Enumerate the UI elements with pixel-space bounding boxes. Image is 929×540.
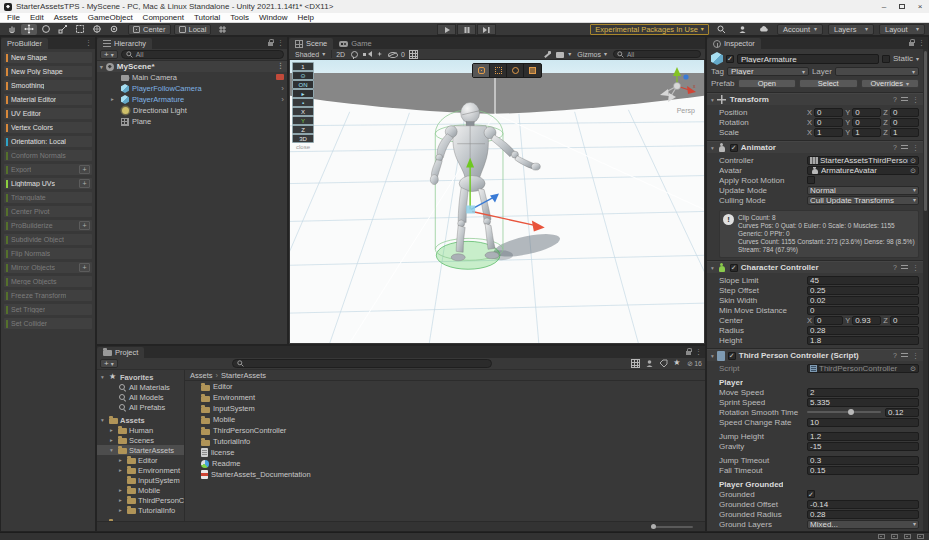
tab-project[interactable]: Project bbox=[97, 347, 144, 358]
project-tree-item[interactable]: Assets bbox=[97, 415, 184, 425]
project-tree-item[interactable]: Mobile bbox=[97, 485, 184, 495]
object-mode-icon[interactable] bbox=[473, 64, 490, 77]
tab-scene[interactable]: Scene bbox=[289, 38, 333, 49]
probuilder-action-button[interactable]: Freeze Transform bbox=[4, 290, 92, 301]
animator-header[interactable]: Animator ? bbox=[707, 141, 923, 153]
overlay-button[interactable]: X bbox=[292, 107, 314, 116]
panel-menu-icon[interactable] bbox=[918, 39, 925, 47]
enabled-checkbox[interactable] bbox=[730, 264, 738, 272]
asset-item[interactable]: StarterAssets_Documentation bbox=[185, 469, 705, 480]
probuilder-action-button[interactable]: New Shape bbox=[4, 52, 92, 63]
value-field[interactable]: 0.12 bbox=[885, 408, 919, 417]
prefab-select-button[interactable]: Select bbox=[799, 79, 857, 88]
transform-header[interactable]: Transform ? bbox=[707, 93, 923, 105]
play-button[interactable] bbox=[437, 24, 456, 35]
search-icon[interactable] bbox=[714, 24, 730, 35]
tab-inspector[interactable]: Inspector bbox=[707, 38, 761, 49]
static-dropdown-icon[interactable] bbox=[916, 56, 919, 62]
overlay-button[interactable]: Z bbox=[292, 125, 314, 134]
probuilder-action-button[interactable]: New Poly Shape bbox=[4, 66, 92, 77]
active-checkbox[interactable] bbox=[726, 55, 734, 63]
checkbox[interactable] bbox=[807, 490, 815, 498]
static-checkbox[interactable] bbox=[882, 55, 890, 63]
component-menu-icon[interactable] bbox=[912, 144, 919, 152]
foldout-icon[interactable] bbox=[101, 374, 107, 380]
presets-icon[interactable] bbox=[901, 352, 908, 359]
step-button[interactable] bbox=[477, 24, 496, 35]
foldout-icon[interactable] bbox=[100, 64, 103, 70]
asset-item[interactable]: ThirdPersonController bbox=[185, 425, 705, 436]
project-tree-item[interactable]: InputSystem bbox=[97, 475, 184, 485]
probuilder-action-button[interactable]: Flip Normals bbox=[4, 248, 92, 259]
scene-audio-icon[interactable] bbox=[362, 50, 371, 59]
foldout-icon[interactable] bbox=[110, 437, 116, 443]
third-person-controller-header[interactable]: Third Person Controller (Script) ? bbox=[707, 349, 923, 361]
inspector-scrollbar[interactable] bbox=[923, 49, 928, 531]
value-field[interactable]: StarterAssetsThirdPerson bbox=[807, 156, 919, 165]
value-field[interactable]: 0 bbox=[807, 306, 919, 315]
probuilder-action-button[interactable]: Triangulate bbox=[4, 192, 92, 203]
layout-dropdown[interactable]: Layout bbox=[879, 24, 925, 35]
hidden-packages-count[interactable]: 16 bbox=[687, 360, 702, 368]
foldout-icon[interactable] bbox=[119, 487, 125, 493]
hand-tool-icon[interactable] bbox=[4, 24, 20, 35]
row-right-icon[interactable] bbox=[281, 84, 284, 93]
experimental-packages-button[interactable]: Experimental Packages In Use bbox=[590, 24, 709, 35]
options-plus-button[interactable] bbox=[79, 263, 90, 272]
rotate-tool-icon[interactable] bbox=[38, 24, 54, 35]
probuilder-action-button[interactable]: ProBuilderize bbox=[4, 220, 92, 231]
foldout-icon[interactable] bbox=[101, 417, 107, 423]
foldout-icon[interactable] bbox=[711, 145, 714, 151]
probuilder-action-button[interactable]: Smoothing bbox=[4, 80, 92, 91]
tool-handle-position-button[interactable]: Center bbox=[128, 24, 171, 35]
asset-item[interactable]: license bbox=[185, 447, 705, 458]
project-tree-item[interactable]: Environment bbox=[97, 465, 184, 475]
overlay-close-button[interactable]: close bbox=[292, 144, 314, 150]
project-tree-item[interactable]: TutorialInfo bbox=[97, 505, 184, 515]
x-field[interactable]: 1 bbox=[814, 128, 843, 137]
value-field[interactable]: Mixed... bbox=[807, 520, 919, 529]
gameobject-name-field[interactable]: PlayerArmature bbox=[737, 54, 879, 64]
hierarchy-item[interactable]: PlayerArmature bbox=[97, 94, 287, 105]
x-field[interactable]: 0 bbox=[814, 108, 843, 117]
options-plus-button[interactable] bbox=[79, 179, 90, 188]
transform-tool-icon[interactable] bbox=[89, 24, 105, 35]
maximize-button[interactable] bbox=[899, 4, 905, 9]
asset-item[interactable]: InputSystem bbox=[185, 403, 705, 414]
checkbox[interactable] bbox=[807, 176, 815, 184]
enabled-checkbox[interactable] bbox=[730, 144, 738, 152]
slider[interactable] bbox=[807, 411, 881, 413]
value-field[interactable]: 5.335 bbox=[807, 398, 919, 407]
value-field[interactable]: ThirdPersonController bbox=[807, 364, 919, 373]
scrollbar-thumb[interactable] bbox=[924, 51, 927, 211]
component-menu-icon[interactable] bbox=[912, 264, 919, 272]
project-tree-item[interactable]: Scenes bbox=[97, 435, 184, 445]
overlay-button[interactable]: 1 bbox=[292, 62, 314, 71]
project-tree-item[interactable]: Favorites bbox=[97, 372, 184, 382]
open-in-search-icon[interactable] bbox=[631, 359, 640, 368]
scene-menu-icon[interactable] bbox=[277, 62, 284, 70]
menu-item[interactable]: Component bbox=[138, 13, 189, 22]
value-field[interactable]: 2 bbox=[807, 388, 919, 397]
2d-toggle[interactable]: 2D bbox=[336, 51, 345, 58]
component-tools-icon[interactable] bbox=[543, 50, 552, 59]
help-icon[interactable]: ? bbox=[893, 264, 897, 271]
value-field[interactable]: 0.3 bbox=[807, 456, 919, 465]
value-field[interactable]: 0.15 bbox=[807, 466, 919, 475]
probuilder-action-button[interactable]: Merge Objects bbox=[4, 276, 92, 287]
y-field[interactable]: 0 bbox=[852, 108, 881, 117]
custom-tool-icon[interactable] bbox=[106, 24, 122, 35]
hierarchy-item[interactable]: Directional Light bbox=[97, 105, 287, 116]
grid-snap-icon[interactable] bbox=[214, 24, 230, 35]
overlay-button[interactable]: Y bbox=[292, 116, 314, 125]
z-field[interactable]: 0 bbox=[890, 108, 919, 117]
close-button[interactable]: × bbox=[915, 2, 925, 11]
value-field[interactable]: 10 bbox=[807, 418, 919, 427]
menu-item[interactable]: Window bbox=[254, 13, 292, 22]
foldout-icon[interactable] bbox=[111, 96, 114, 102]
project-tree-item[interactable]: All Prefabs bbox=[97, 402, 184, 412]
foldout-icon[interactable] bbox=[119, 507, 125, 513]
project-tree-item[interactable]: StarterAssets bbox=[97, 445, 184, 455]
minimize-button[interactable]: – bbox=[879, 2, 889, 11]
foldout-icon[interactable] bbox=[119, 497, 125, 503]
